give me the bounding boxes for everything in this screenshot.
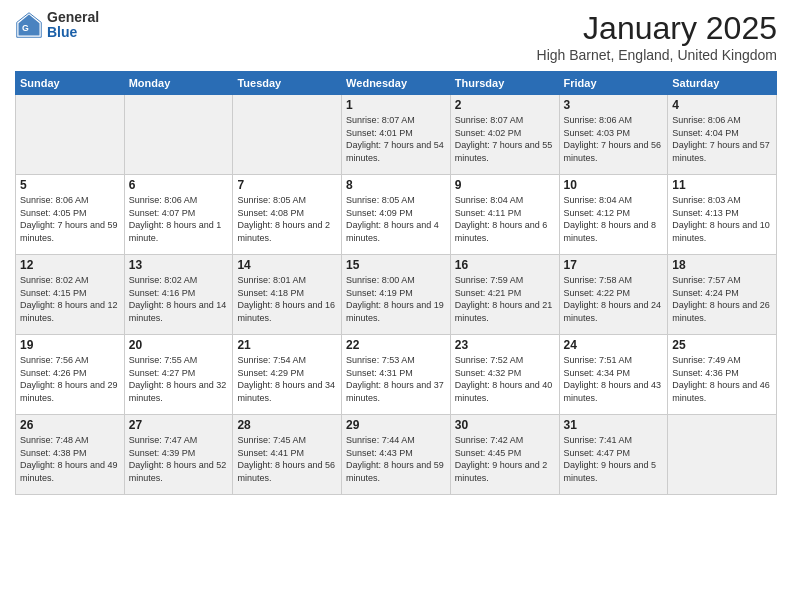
calendar-cell: 14Sunrise: 8:01 AMSunset: 4:18 PMDayligh…	[233, 255, 342, 335]
cell-day-number: 12	[20, 258, 120, 272]
cell-sun-info: Sunrise: 7:54 AMSunset: 4:29 PMDaylight:…	[237, 354, 337, 404]
weekday-header: Wednesday	[342, 72, 451, 95]
cell-day-number: 20	[129, 338, 229, 352]
cell-sun-info: Sunrise: 7:47 AMSunset: 4:39 PMDaylight:…	[129, 434, 229, 484]
cell-sun-info: Sunrise: 7:45 AMSunset: 4:41 PMDaylight:…	[237, 434, 337, 484]
cell-sun-info: Sunrise: 8:02 AMSunset: 4:16 PMDaylight:…	[129, 274, 229, 324]
cell-day-number: 8	[346, 178, 446, 192]
calendar-cell: 19Sunrise: 7:56 AMSunset: 4:26 PMDayligh…	[16, 335, 125, 415]
calendar-cell: 7Sunrise: 8:05 AMSunset: 4:08 PMDaylight…	[233, 175, 342, 255]
svg-text:G: G	[22, 24, 29, 34]
cell-day-number: 10	[564, 178, 664, 192]
cell-day-number: 2	[455, 98, 555, 112]
cell-day-number: 1	[346, 98, 446, 112]
calendar-cell: 5Sunrise: 8:06 AMSunset: 4:05 PMDaylight…	[16, 175, 125, 255]
cell-sun-info: Sunrise: 8:05 AMSunset: 4:09 PMDaylight:…	[346, 194, 446, 244]
cell-sun-info: Sunrise: 7:59 AMSunset: 4:21 PMDaylight:…	[455, 274, 555, 324]
calendar-cell: 22Sunrise: 7:53 AMSunset: 4:31 PMDayligh…	[342, 335, 451, 415]
calendar-cell: 8Sunrise: 8:05 AMSunset: 4:09 PMDaylight…	[342, 175, 451, 255]
cell-sun-info: Sunrise: 7:58 AMSunset: 4:22 PMDaylight:…	[564, 274, 664, 324]
cell-day-number: 7	[237, 178, 337, 192]
calendar-cell: 15Sunrise: 8:00 AMSunset: 4:19 PMDayligh…	[342, 255, 451, 335]
cell-day-number: 5	[20, 178, 120, 192]
cell-sun-info: Sunrise: 7:44 AMSunset: 4:43 PMDaylight:…	[346, 434, 446, 484]
cell-day-number: 6	[129, 178, 229, 192]
calendar-cell: 2Sunrise: 8:07 AMSunset: 4:02 PMDaylight…	[450, 95, 559, 175]
calendar-cell: 9Sunrise: 8:04 AMSunset: 4:11 PMDaylight…	[450, 175, 559, 255]
cell-day-number: 3	[564, 98, 664, 112]
logo: G General Blue	[15, 10, 99, 41]
weekday-header: Monday	[124, 72, 233, 95]
cell-day-number: 18	[672, 258, 772, 272]
logo-text: General Blue	[47, 10, 99, 41]
cell-sun-info: Sunrise: 7:52 AMSunset: 4:32 PMDaylight:…	[455, 354, 555, 404]
cell-sun-info: Sunrise: 7:41 AMSunset: 4:47 PMDaylight:…	[564, 434, 664, 484]
cell-sun-info: Sunrise: 8:01 AMSunset: 4:18 PMDaylight:…	[237, 274, 337, 324]
calendar-cell: 1Sunrise: 8:07 AMSunset: 4:01 PMDaylight…	[342, 95, 451, 175]
cell-sun-info: Sunrise: 8:06 AMSunset: 4:05 PMDaylight:…	[20, 194, 120, 244]
cell-sun-info: Sunrise: 8:07 AMSunset: 4:01 PMDaylight:…	[346, 114, 446, 164]
calendar-cell	[124, 95, 233, 175]
cell-day-number: 25	[672, 338, 772, 352]
cell-sun-info: Sunrise: 8:06 AMSunset: 4:03 PMDaylight:…	[564, 114, 664, 164]
calendar-cell: 30Sunrise: 7:42 AMSunset: 4:45 PMDayligh…	[450, 415, 559, 495]
cell-day-number: 15	[346, 258, 446, 272]
logo-general-text: General	[47, 10, 99, 25]
cell-day-number: 28	[237, 418, 337, 432]
cell-sun-info: Sunrise: 8:02 AMSunset: 4:15 PMDaylight:…	[20, 274, 120, 324]
cell-sun-info: Sunrise: 7:51 AMSunset: 4:34 PMDaylight:…	[564, 354, 664, 404]
calendar-week-row: 5Sunrise: 8:06 AMSunset: 4:05 PMDaylight…	[16, 175, 777, 255]
cell-day-number: 24	[564, 338, 664, 352]
cell-sun-info: Sunrise: 8:06 AMSunset: 4:07 PMDaylight:…	[129, 194, 229, 244]
cell-sun-info: Sunrise: 7:48 AMSunset: 4:38 PMDaylight:…	[20, 434, 120, 484]
weekday-header: Saturday	[668, 72, 777, 95]
calendar-cell: 25Sunrise: 7:49 AMSunset: 4:36 PMDayligh…	[668, 335, 777, 415]
calendar-week-row: 1Sunrise: 8:07 AMSunset: 4:01 PMDaylight…	[16, 95, 777, 175]
calendar-week-row: 19Sunrise: 7:56 AMSunset: 4:26 PMDayligh…	[16, 335, 777, 415]
calendar-cell: 24Sunrise: 7:51 AMSunset: 4:34 PMDayligh…	[559, 335, 668, 415]
calendar-cell: 23Sunrise: 7:52 AMSunset: 4:32 PMDayligh…	[450, 335, 559, 415]
cell-day-number: 14	[237, 258, 337, 272]
calendar-cell	[668, 415, 777, 495]
location: High Barnet, England, United Kingdom	[537, 47, 777, 63]
calendar-cell: 26Sunrise: 7:48 AMSunset: 4:38 PMDayligh…	[16, 415, 125, 495]
weekday-header: Friday	[559, 72, 668, 95]
cell-day-number: 27	[129, 418, 229, 432]
cell-day-number: 22	[346, 338, 446, 352]
calendar-cell	[16, 95, 125, 175]
cell-sun-info: Sunrise: 7:56 AMSunset: 4:26 PMDaylight:…	[20, 354, 120, 404]
calendar-cell: 27Sunrise: 7:47 AMSunset: 4:39 PMDayligh…	[124, 415, 233, 495]
cell-day-number: 23	[455, 338, 555, 352]
cell-sun-info: Sunrise: 7:53 AMSunset: 4:31 PMDaylight:…	[346, 354, 446, 404]
cell-sun-info: Sunrise: 7:49 AMSunset: 4:36 PMDaylight:…	[672, 354, 772, 404]
calendar-cell: 17Sunrise: 7:58 AMSunset: 4:22 PMDayligh…	[559, 255, 668, 335]
cell-sun-info: Sunrise: 8:00 AMSunset: 4:19 PMDaylight:…	[346, 274, 446, 324]
calendar-cell: 4Sunrise: 8:06 AMSunset: 4:04 PMDaylight…	[668, 95, 777, 175]
weekday-header: Tuesday	[233, 72, 342, 95]
calendar-cell	[233, 95, 342, 175]
calendar-cell: 29Sunrise: 7:44 AMSunset: 4:43 PMDayligh…	[342, 415, 451, 495]
calendar-week-row: 12Sunrise: 8:02 AMSunset: 4:15 PMDayligh…	[16, 255, 777, 335]
calendar-cell: 12Sunrise: 8:02 AMSunset: 4:15 PMDayligh…	[16, 255, 125, 335]
cell-sun-info: Sunrise: 7:55 AMSunset: 4:27 PMDaylight:…	[129, 354, 229, 404]
calendar-cell: 13Sunrise: 8:02 AMSunset: 4:16 PMDayligh…	[124, 255, 233, 335]
calendar-cell: 20Sunrise: 7:55 AMSunset: 4:27 PMDayligh…	[124, 335, 233, 415]
cell-day-number: 4	[672, 98, 772, 112]
cell-day-number: 29	[346, 418, 446, 432]
cell-sun-info: Sunrise: 8:03 AMSunset: 4:13 PMDaylight:…	[672, 194, 772, 244]
month-title: January 2025	[537, 10, 777, 47]
calendar-cell: 6Sunrise: 8:06 AMSunset: 4:07 PMDaylight…	[124, 175, 233, 255]
header: G General Blue January 2025 High Barnet,…	[15, 10, 777, 63]
cell-sun-info: Sunrise: 7:42 AMSunset: 4:45 PMDaylight:…	[455, 434, 555, 484]
cell-sun-info: Sunrise: 8:06 AMSunset: 4:04 PMDaylight:…	[672, 114, 772, 164]
weekday-header: Sunday	[16, 72, 125, 95]
cell-sun-info: Sunrise: 8:05 AMSunset: 4:08 PMDaylight:…	[237, 194, 337, 244]
cell-day-number: 9	[455, 178, 555, 192]
cell-day-number: 11	[672, 178, 772, 192]
cell-day-number: 19	[20, 338, 120, 352]
cell-day-number: 31	[564, 418, 664, 432]
calendar-cell: 11Sunrise: 8:03 AMSunset: 4:13 PMDayligh…	[668, 175, 777, 255]
cell-sun-info: Sunrise: 8:07 AMSunset: 4:02 PMDaylight:…	[455, 114, 555, 164]
logo-icon: G	[15, 11, 43, 39]
calendar-cell: 18Sunrise: 7:57 AMSunset: 4:24 PMDayligh…	[668, 255, 777, 335]
